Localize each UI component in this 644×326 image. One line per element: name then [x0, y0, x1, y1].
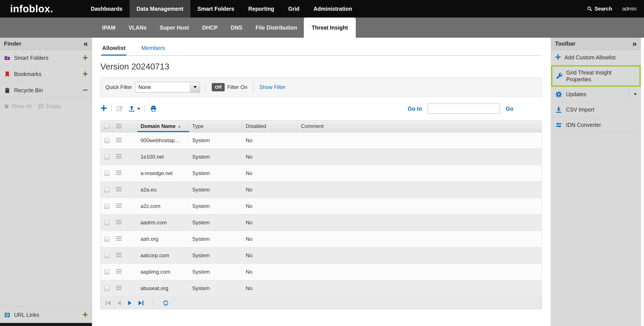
tab-allowlist[interactable]: Allowlist [101, 43, 126, 56]
finder-item-recycle-bin[interactable]: Recycle Bin − [0, 82, 92, 99]
row-menu-icon[interactable] [116, 171, 122, 175]
nav-grid[interactable]: Grid [281, 0, 306, 17]
table-row[interactable]: a-msedge.net System No [100, 165, 542, 182]
expand-panel-icon[interactable]: » [632, 40, 637, 48]
subnav-file-distribution[interactable]: File Distribution [249, 17, 304, 38]
row-checkbox[interactable] [104, 187, 110, 192]
edit-button[interactable] [116, 105, 124, 112]
search-button[interactable]: Search [587, 6, 612, 12]
row-menu-icon[interactable] [116, 286, 122, 290]
empty-recycle-bin-button[interactable]: ∅ Empty [38, 103, 61, 110]
tab-members[interactable]: Members [140, 43, 166, 55]
goto-group: Go to Go [408, 104, 513, 114]
subnav-vlans[interactable]: VLANs [122, 17, 153, 38]
table-row[interactable]: aalcorp.com System No [100, 247, 542, 264]
table-row[interactable]: 1e100.net System No [100, 149, 542, 165]
separator [111, 105, 112, 112]
toolbar-item-idn-converter[interactable]: IDN Converter [551, 117, 641, 133]
column-header-disabled[interactable]: Disabled [243, 120, 298, 132]
menu-icon[interactable] [116, 124, 122, 128]
row-menu-icon[interactable] [116, 220, 122, 224]
quick-filter-value: None [135, 82, 190, 92]
toolbar-item-add-custom-allowlist[interactable]: + Add Custom Allowlist [551, 50, 641, 65]
row-menu-icon[interactable] [116, 154, 122, 159]
secondary-nav: IPAM VLANs Super Host DHCP DNS File Dist… [0, 17, 644, 38]
separator [145, 105, 145, 112]
row-checkbox[interactable] [104, 253, 110, 258]
column-header-type[interactable]: Type [189, 120, 243, 132]
next-page-button[interactable] [127, 300, 133, 306]
user-menu[interactable]: admin [622, 6, 636, 12]
row-checkbox[interactable] [104, 220, 110, 225]
type-cell: System [189, 203, 243, 209]
table-row[interactable]: aadrm.com System No [100, 215, 542, 231]
row-checkbox[interactable] [104, 154, 110, 159]
subnav-dhcp[interactable]: DHCP [196, 17, 224, 38]
finder-item-smart-folders[interactable]: Smart Folders + [0, 50, 92, 66]
show-filter-link[interactable]: Show Filter [259, 84, 286, 90]
refresh-button[interactable] [162, 300, 169, 307]
add-button[interactable]: + [100, 102, 107, 114]
column-header-comment[interactable]: Comment [298, 120, 542, 132]
table-row[interactable]: a2a.eu System No [100, 182, 542, 198]
select-all-checkbox[interactable] [104, 124, 109, 129]
finder-item-bookmarks[interactable]: Bookmarks + [0, 66, 92, 82]
first-page-button[interactable] [105, 300, 111, 306]
toolbar-item-csv-import[interactable]: CSV Import [551, 102, 641, 117]
subnav-dns[interactable]: DNS [224, 17, 249, 38]
subnav-ipam[interactable]: IPAM [96, 17, 122, 38]
table-row[interactable]: aah.org System No [100, 231, 542, 247]
row-menu-icon[interactable] [116, 138, 122, 142]
nav-data-management[interactable]: Data Management [130, 0, 190, 17]
domain-cell: abuseat.org [138, 285, 189, 291]
nav-dashboards[interactable]: Dashboards [84, 0, 129, 17]
goto-input[interactable] [428, 104, 500, 114]
toolbar-item-updates[interactable]: Updates [551, 87, 641, 102]
table-row[interactable]: aaplimg.com System No [100, 264, 542, 280]
row-checkbox[interactable] [104, 138, 110, 143]
printer-icon [150, 105, 158, 112]
previous-page-button[interactable] [116, 300, 122, 306]
filter-on-label: Filter On [227, 84, 248, 90]
toolbar-item-grid-threat-insight-properties[interactable]: Grid Threat Insight Properties [552, 67, 640, 85]
nav-smart-folders[interactable]: Smart Folders [190, 0, 241, 17]
row-menu-icon[interactable] [116, 253, 122, 257]
add-bookmark-button[interactable]: + [82, 69, 88, 78]
row-checkbox[interactable] [104, 286, 110, 291]
row-menu-icon[interactable] [116, 236, 122, 241]
column-header-domain-name[interactable]: Domain Name ▲ [138, 120, 189, 132]
bookmark-icon [4, 71, 10, 77]
print-button[interactable] [150, 105, 158, 112]
nav-administration[interactable]: Administration [306, 0, 359, 17]
nav-reporting[interactable]: Reporting [241, 0, 281, 17]
import-button[interactable] [128, 105, 140, 112]
row-checkbox[interactable] [104, 204, 110, 209]
download-icon [555, 106, 562, 113]
last-page-button[interactable] [138, 300, 144, 306]
row-checkbox[interactable] [104, 270, 110, 275]
collapse-recycle-bin-button[interactable]: − [82, 85, 88, 95]
quick-filter-select[interactable]: None [135, 82, 200, 92]
chevron-down-icon[interactable] [190, 82, 200, 92]
table-row[interactable]: 000webhostap… System No [100, 132, 542, 149]
chevron-down-icon[interactable] [137, 108, 140, 110]
filter-toggle[interactable]: Off [212, 83, 224, 91]
subnav-threat-insight[interactable]: Threat Insight [304, 17, 356, 38]
collapse-panel-icon[interactable]: « [84, 40, 88, 48]
add-url-link-button[interactable]: + [82, 310, 88, 319]
row-menu-icon[interactable] [116, 187, 122, 192]
subnav-super-host[interactable]: Super Host [153, 17, 196, 38]
updates-dropdown-button[interactable] [628, 89, 637, 99]
table-row[interactable]: abuseat.org System No [100, 280, 542, 297]
row-menu-icon[interactable] [116, 204, 122, 208]
row-menu-icon[interactable] [116, 269, 122, 274]
row-checkbox[interactable] [104, 171, 110, 176]
table-row[interactable]: a2z.com System No [100, 198, 542, 215]
row-checkbox[interactable] [104, 237, 110, 242]
scrollbar-track[interactable] [641, 38, 644, 326]
add-smart-folder-button[interactable]: + [82, 53, 88, 62]
finder-item-url-links[interactable]: URL Links + [0, 307, 92, 323]
go-button[interactable]: Go [506, 106, 513, 112]
show-all-button[interactable]: Show All [4, 103, 32, 109]
type-cell: System [189, 236, 243, 242]
